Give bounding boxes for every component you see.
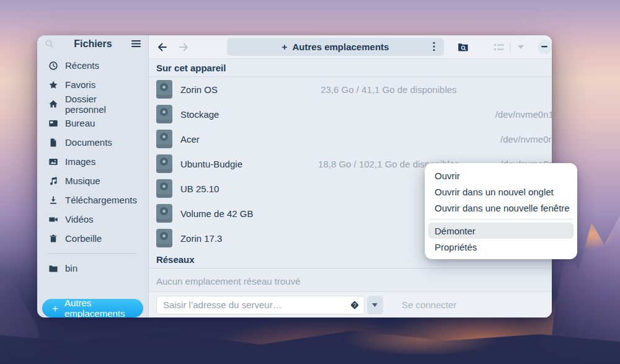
server-address-help-icon[interactable]: ? — [350, 300, 360, 310]
sidebar-item-label: Musique — [65, 175, 100, 186]
hamburger-menu-icon[interactable] — [131, 40, 141, 48]
connect-button[interactable]: Se connecter — [396, 296, 463, 314]
device-name: Ubuntu-Budgie — [180, 159, 295, 169]
device-name: Acer — [180, 134, 295, 144]
sidebar-item-label: Dossier personnel — [65, 94, 137, 115]
view-options-dropdown-icon[interactable] — [513, 39, 529, 55]
sidebar-item-downloads[interactable]: Téléchargements — [42, 190, 143, 210]
server-address-input[interactable] — [156, 296, 365, 314]
device-path: / — [482, 84, 552, 95]
music-icon — [48, 176, 58, 186]
home-icon — [48, 99, 58, 109]
sidebar-item-home[interactable]: Dossier personnel — [42, 94, 143, 113]
device-path: /dev/nvme0n1p3 — [482, 134, 552, 144]
recent-servers-dropdown[interactable] — [367, 296, 383, 314]
sidebar-header: Fichiers — [37, 35, 148, 52]
device-name: Stockage — [180, 109, 295, 120]
menu-item-properties[interactable]: Propriétés — [428, 239, 574, 255]
path-tab-other-locations[interactable]: + Autres emplacements — [227, 38, 444, 56]
menu-item-unmount[interactable]: Démonter — [428, 223, 574, 239]
sidebar-item-label: Récents — [65, 60, 99, 71]
device-row-acer[interactable]: Acer /dev/nvme0n1p3 — [149, 127, 552, 151]
drive-icon — [156, 105, 172, 123]
clock-icon — [48, 61, 58, 71]
sidebar: Fichiers Récents Favoris Dossier personn… — [37, 35, 149, 317]
drive-icon — [156, 179, 172, 198]
plus-icon: + — [52, 303, 58, 314]
star-icon — [48, 80, 58, 90]
app-title: Fichiers — [55, 38, 131, 50]
device-row-zorin-os[interactable]: Zorin OS 23,6 Go / 41,1 Go de disponible… — [149, 77, 552, 102]
device-name: UB 25.10 — [180, 184, 295, 194]
video-icon — [48, 215, 58, 224]
device-row-stockage[interactable]: Stockage /dev/nvme0n1p10 — [149, 102, 552, 127]
drive-icon — [156, 204, 172, 223]
search-icon[interactable] — [45, 39, 55, 49]
drive-icon — [156, 80, 172, 99]
sidebar-item-label: Bureau — [65, 118, 95, 128]
sidebar-item-desktop[interactable]: Bureau — [42, 113, 143, 133]
device-name: Zorin OS — [180, 84, 295, 95]
network-empty-message: Aucun emplacement réseau trouvé — [149, 269, 552, 291]
drive-icon — [156, 130, 172, 148]
sidebar-item-recents[interactable]: Récents — [42, 56, 143, 75]
folder-icon — [48, 264, 58, 273]
sidebar-item-label: bin — [65, 263, 78, 273]
sidebar-item-trash[interactable]: Corbeille — [42, 229, 143, 248]
sidebar-item-music[interactable]: Musique — [42, 171, 143, 190]
sidebar-item-other-locations-selected[interactable]: + Autres emplacements — [42, 299, 143, 317]
sidebar-item-documents[interactable]: Documents — [42, 133, 143, 152]
sidebar-item-label: Vidéos — [65, 214, 94, 224]
sidebar-item-label: Documents — [65, 137, 112, 148]
document-icon — [48, 138, 58, 148]
sidebar-item-label: Corbeille — [65, 233, 102, 244]
menu-item-open[interactable]: Ouvrir — [428, 167, 574, 184]
sidebar-item-label: Autres emplacements — [64, 298, 133, 317]
files-window: Fichiers Récents Favoris Dossier personn… — [37, 35, 552, 317]
toolbar-divider — [510, 42, 510, 52]
sidebar-item-bin-bookmark[interactable]: bin — [42, 259, 143, 278]
device-name: Volume de 42 GB — [180, 208, 295, 219]
sidebar-item-favorites[interactable]: Favoris — [42, 75, 143, 94]
kebab-menu-icon[interactable] — [428, 40, 440, 53]
sidebar-item-pictures[interactable]: Images — [42, 152, 143, 171]
back-button[interactable] — [154, 38, 171, 56]
minimize-button[interactable] — [538, 40, 552, 54]
folder-search-icon[interactable] — [455, 39, 471, 55]
sidebar-item-label: Favoris — [65, 79, 95, 90]
menu-separator — [430, 219, 572, 220]
download-icon — [48, 195, 58, 205]
sidebar-item-label: Téléchargements — [65, 195, 137, 205]
image-icon — [48, 157, 58, 167]
sidebar-item-label: Images — [65, 156, 95, 167]
device-free-space: 23,6 Go / 41,1 Go de disponibles — [303, 84, 474, 95]
path-tab-label: + Autres emplacements — [281, 42, 389, 52]
headerbar: + Autres emplacements — [149, 35, 552, 59]
device-name: Zorin 17.3 — [180, 233, 295, 244]
drive-icon — [156, 229, 172, 247]
list-view-icon[interactable] — [491, 39, 507, 55]
drive-icon — [156, 154, 172, 173]
menu-item-open-new-window[interactable]: Ouvrir dans une nouvelle fenêtre — [428, 200, 574, 216]
device-path: /dev/nvme0n1p10 — [482, 109, 552, 120]
connect-server-bar: ? Se connecter — [149, 291, 552, 317]
menu-item-open-new-tab[interactable]: Ouvrir dans un nouvel onglet — [428, 184, 574, 200]
context-menu: Ouvrir Ouvrir dans un nouvel onglet Ouvr… — [425, 163, 577, 259]
section-header-device: Sur cet appareil — [149, 59, 552, 77]
sidebar-item-videos[interactable]: Vidéos — [42, 210, 143, 229]
svg-text:?: ? — [353, 302, 356, 308]
sidebar-separator — [48, 253, 137, 254]
trash-icon — [48, 234, 58, 244]
forward-button[interactable] — [175, 38, 192, 56]
desktop-icon — [48, 118, 58, 128]
